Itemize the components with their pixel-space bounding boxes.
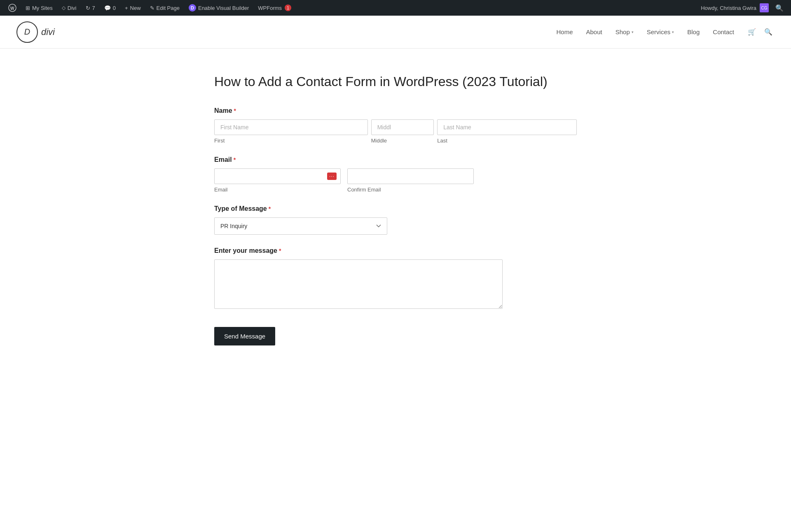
shop-chevron-icon: ▾ [632,30,634,34]
nav-search-icon[interactable]: 🔍 [762,26,775,38]
enable-vb-label: Enable Visual Builder [198,5,249,11]
type-required-star: * [269,205,271,212]
nav-shop[interactable]: Shop ▾ [610,25,639,39]
email-dots-badge: ··· [327,173,337,180]
user-avatar[interactable]: CG [760,3,769,12]
site-nav: Home About Shop ▾ Services ▾ Blog Contac… [550,25,775,39]
grid-icon: ⊞ [26,5,30,11]
nav-home-label: Home [556,28,573,35]
wp-logo-button[interactable]: W [4,0,21,16]
name-fields-row: First Middle Last [214,119,577,144]
name-required-star: * [234,107,236,114]
site-logo[interactable]: D divi [16,21,55,43]
last-name-wrap: Last [437,119,577,144]
admin-bar: W ⊞ My Sites ◇ Divi ↻ 7 💬 0 + New ✎ Edit… [0,0,791,16]
nav-about-label: About [586,28,602,35]
nav-services-label: Services [647,28,671,35]
wordpress-icon: W [8,4,16,12]
message-field-group: Enter your message * [214,247,577,310]
howdy-text: Howdy, Christina Gwira [701,5,756,11]
divi-button[interactable]: ◇ Divi [58,0,81,16]
submit-button[interactable]: Send Message [214,327,275,345]
enable-vb-button[interactable]: D Enable Visual Builder [185,0,253,16]
nav-blog[interactable]: Blog [681,25,705,39]
middle-name-input[interactable] [371,119,434,135]
cart-icon[interactable]: 🛒 [746,26,758,38]
email-field-wrap: ··· Email [214,168,341,193]
wpforms-badge: 1 [285,5,291,11]
message-required-star: * [279,247,281,254]
wpforms-button[interactable]: WPForms 1 [254,0,295,16]
services-chevron-icon: ▾ [672,30,674,34]
plus-icon: + [125,5,128,11]
type-select[interactable]: PR Inquiry General Question Support Part… [214,217,387,235]
nav-icons: 🛒 🔍 [746,26,775,38]
my-sites-button[interactable]: ⊞ My Sites [21,0,57,16]
main-content: How to Add a Contact Form in WordPress (… [198,49,593,387]
email-sub: Email [214,187,341,193]
email-field-group: Email * ··· Email Confirm Email [214,156,577,193]
nav-services[interactable]: Services ▾ [641,25,680,39]
site-header: D divi Home About Shop ▾ Services ▾ Blog… [0,16,791,49]
my-sites-label: My Sites [32,5,53,11]
divi-d-icon: D [189,4,196,12]
first-name-wrap: First [214,119,368,144]
nav-home[interactable]: Home [550,25,578,39]
first-name-sub: First [214,138,368,144]
comments-count: 0 [113,5,116,11]
first-name-input[interactable] [214,119,368,135]
admin-bar-right: Howdy, Christina Gwira CG 🔍 [701,3,787,12]
last-name-sub: Last [437,138,577,144]
nav-about[interactable]: About [580,25,608,39]
updates-count: 7 [92,5,95,11]
name-field-group: Name * First Middle Last [214,107,577,144]
logo-text: divi [41,27,55,37]
wpforms-label: WPForms [258,5,282,11]
email-required-star: * [234,156,236,163]
nav-shop-label: Shop [615,28,630,35]
edit-page-label: Edit Page [157,5,180,11]
nav-contact-label: Contact [713,28,734,35]
email-input-container: ··· [214,168,341,184]
comments-icon: 💬 [104,5,111,11]
middle-name-sub: Middle [371,138,434,144]
svg-text:W: W [10,6,14,11]
middle-name-wrap: Middle [371,119,434,144]
logo-letter: D [24,27,30,37]
comments-button[interactable]: 💬 0 [100,0,120,16]
edit-page-button[interactable]: ✎ Edit Page [146,0,184,16]
updates-icon: ↻ [86,5,90,11]
updates-button[interactable]: ↻ 7 [82,0,99,16]
new-label: New [130,5,141,11]
page-title: How to Add a Contact Form in WordPress (… [214,73,577,91]
last-name-input[interactable] [437,119,577,135]
confirm-email-field-wrap: Confirm Email [347,168,474,193]
message-textarea[interactable] [214,259,503,309]
confirm-email-sub: Confirm Email [347,187,474,193]
search-icon[interactable]: 🔍 [772,4,787,12]
contact-form: Name * First Middle Last [214,107,577,345]
logo-circle-icon: D [16,21,38,43]
nav-blog-label: Blog [687,28,700,35]
divi-nav-icon: ◇ [62,5,66,11]
divi-label: Divi [68,5,77,11]
confirm-email-input[interactable] [347,168,474,184]
admin-bar-left: W ⊞ My Sites ◇ Divi ↻ 7 💬 0 + New ✎ Edit… [4,0,701,16]
pencil-icon: ✎ [150,5,154,11]
nav-contact[interactable]: Contact [707,25,740,39]
email-input[interactable] [214,168,341,184]
type-field-group: Type of Message * PR Inquiry General Que… [214,205,577,235]
type-label: Type of Message * [214,205,577,212]
email-label: Email * [214,156,577,163]
name-label: Name * [214,107,577,114]
message-label: Enter your message * [214,247,577,254]
email-fields-row: ··· Email Confirm Email [214,168,474,193]
new-button[interactable]: + New [121,0,145,16]
